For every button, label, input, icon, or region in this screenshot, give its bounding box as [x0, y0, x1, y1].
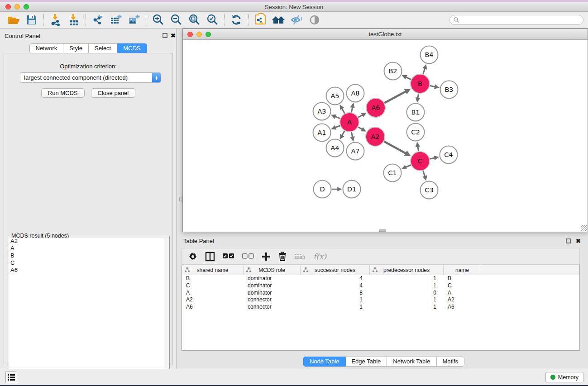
- add-column-icon[interactable]: [262, 250, 271, 263]
- delete-column-icon[interactable]: [278, 250, 287, 263]
- cell-name[interactable]: A6: [444, 304, 481, 311]
- close-panel-button[interactable]: Close panel: [91, 88, 136, 98]
- table-row-b[interactable]: Bdominator41B: [182, 275, 579, 282]
- edge-A6-B[interactable]: [384, 91, 406, 103]
- cell-predecessor-nodes[interactable]: 1: [370, 296, 444, 304]
- cell-name[interactable]: A: [444, 290, 481, 297]
- cell-MCDS-role[interactable]: connector: [244, 296, 301, 304]
- search-input[interactable]: [449, 15, 583, 25]
- tab-network-table[interactable]: Network Table: [387, 357, 436, 367]
- run-mcds-button[interactable]: Run MCDS: [41, 88, 85, 98]
- cell-MCDS-role[interactable]: dominator: [244, 282, 301, 290]
- cell-shared-name[interactable]: B: [182, 275, 244, 282]
- cell-predecessor-nodes[interactable]: 0: [370, 290, 444, 297]
- table-row-a2[interactable]: A2connector11A2: [182, 296, 579, 304]
- open-session-icon[interactable]: [5, 13, 23, 27]
- import-table-icon[interactable]: [65, 13, 83, 27]
- zoom-selected-icon[interactable]: [203, 13, 221, 27]
- result-item-c[interactable]: C: [9, 259, 164, 267]
- edge-A2-C[interactable]: [384, 142, 406, 154]
- network-window-titlebar[interactable]: testGlobe.txt: [183, 29, 588, 40]
- cell-name[interactable]: A2: [444, 296, 481, 304]
- zoom-in-icon[interactable]: [149, 13, 167, 27]
- column-header-shared-name[interactable]: shared name: [182, 265, 244, 275]
- home-view-icon[interactable]: [269, 13, 287, 27]
- cell-shared-name[interactable]: A2: [182, 296, 244, 304]
- zoom-out-icon[interactable]: [167, 13, 185, 27]
- cell-successor-nodes[interactable]: 1: [301, 296, 370, 304]
- cell-successor-nodes[interactable]: 1: [301, 304, 370, 311]
- edge-C-C3[interactable]: [423, 171, 425, 177]
- column-header-name[interactable]: name: [444, 265, 481, 275]
- cell-name[interactable]: B: [444, 275, 481, 282]
- export-table-icon[interactable]: [107, 13, 125, 27]
- result-item-a[interactable]: A: [9, 245, 164, 252]
- cell-predecessor-nodes[interactable]: 1: [370, 282, 444, 290]
- cell-successor-nodes[interactable]: 8: [301, 290, 370, 297]
- tab-network[interactable]: Network: [29, 43, 63, 53]
- cell-predecessor-nodes[interactable]: 1: [370, 304, 444, 311]
- column-header-predecessor-nodes[interactable]: predecessor nodes: [370, 265, 444, 275]
- zoom-fit-icon[interactable]: [185, 13, 203, 27]
- result-scrollbar[interactable]: [164, 238, 169, 386]
- window-resize-grip[interactable]: [581, 225, 587, 231]
- network-canvas[interactable]: AA1A2A3A4A5A6A7A8BB1B2B3B4CC1C2C3C4DD1: [183, 40, 588, 232]
- canvas-hscroll-thumb[interactable]: [379, 229, 386, 232]
- select-all-checks-icon[interactable]: [223, 250, 234, 263]
- table-row-a6[interactable]: A6connector11A6: [182, 304, 579, 311]
- import-network-icon[interactable]: [47, 13, 65, 27]
- column-header-MCDS-role[interactable]: MCDS role: [244, 265, 301, 275]
- cell-MCDS-role[interactable]: dominator: [244, 290, 301, 297]
- float-panel-icon[interactable]: [163, 33, 167, 38]
- edge-A-A5[interactable]: [342, 108, 345, 114]
- export-network-icon[interactable]: [89, 13, 107, 27]
- column-tree-icon: [185, 267, 190, 272]
- table-row-a[interactable]: Adominator80A: [182, 290, 579, 297]
- save-session-icon[interactable]: [23, 13, 41, 27]
- tab-mcds[interactable]: MCDS: [117, 43, 147, 53]
- tab-edge-table[interactable]: Edge Table: [345, 357, 387, 367]
- edge-C-C1[interactable]: [405, 165, 411, 167]
- network-graph[interactable]: AA1A2A3A4A5A6A7A8BB1B2B3B4CC1C2C3C4DD1: [183, 40, 588, 232]
- cell-shared-name[interactable]: A6: [182, 304, 244, 311]
- dropdown-stepper-icon: ▲▼: [152, 73, 161, 82]
- result-item-a2[interactable]: A2: [9, 238, 164, 245]
- cell-predecessor-nodes[interactable]: 1: [370, 275, 444, 282]
- memory-button[interactable]: Memory: [545, 372, 583, 382]
- tab-select[interactable]: Select: [89, 43, 117, 53]
- table-row-c[interactable]: Cdominator41C: [182, 282, 579, 290]
- result-item-a6[interactable]: A6: [9, 267, 164, 274]
- deselect-all-checks-icon[interactable]: [242, 250, 254, 263]
- result-item-b[interactable]: B: [9, 252, 164, 259]
- edge-B-B2[interactable]: [406, 77, 411, 80]
- clone-network-icon[interactable]: [251, 13, 269, 27]
- criterion-dropdown[interactable]: largest connected component (directed) ▲…: [20, 72, 161, 83]
- show-columns-icon[interactable]: [205, 250, 215, 263]
- function-builder-icon[interactable]: f(x): [313, 250, 326, 263]
- node-table[interactable]: shared nameMCDS rolesuccessor nodesprede…: [182, 265, 580, 351]
- table-options-gear-icon[interactable]: [188, 250, 197, 263]
- cell-successor-nodes[interactable]: 4: [301, 282, 370, 290]
- tab-motifs[interactable]: Motifs: [436, 357, 464, 367]
- task-history-list-icon[interactable]: [5, 372, 17, 383]
- cell-name[interactable]: C: [444, 282, 481, 290]
- table-float-panel-icon[interactable]: [566, 238, 571, 243]
- close-panel-icon[interactable]: ✖: [171, 33, 176, 38]
- table-close-panel-icon[interactable]: ✖: [576, 238, 581, 243]
- edge-B-B4[interactable]: [423, 68, 425, 74]
- export-image-icon[interactable]: [125, 13, 143, 27]
- cell-MCDS-role[interactable]: connector: [244, 304, 301, 311]
- tab-style[interactable]: Style: [63, 43, 89, 53]
- cell-MCDS-role[interactable]: dominator: [244, 275, 301, 282]
- search-text-field[interactable]: [459, 17, 583, 23]
- cell-shared-name[interactable]: A: [182, 290, 244, 297]
- cell-shared-name[interactable]: C: [182, 282, 244, 290]
- cell-successor-nodes[interactable]: 4: [301, 275, 370, 282]
- refresh-icon[interactable]: [227, 13, 245, 27]
- hide-graphics-icon[interactable]: [287, 13, 306, 27]
- tab-node-table[interactable]: Node Table: [303, 357, 346, 367]
- delete-table-icon[interactable]: [294, 250, 306, 263]
- show-graphics-icon[interactable]: [306, 13, 324, 27]
- panel-scroll-thumb[interactable]: [179, 197, 182, 201]
- column-header-successor-nodes[interactable]: successor nodes: [301, 265, 370, 275]
